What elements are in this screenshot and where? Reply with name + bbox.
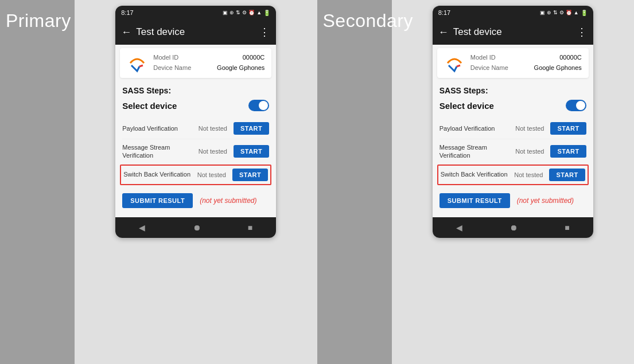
- wifi2-icon: ▲: [256, 10, 262, 15]
- primary-select-device-row: Select device: [122, 100, 269, 111]
- primary-submit-area: SUBMIT RESULT (not yet submitted): [122, 193, 269, 208]
- secondary-nav-back[interactable]: ◀: [456, 223, 462, 232]
- primary-step-0-start-button[interactable]: START: [234, 122, 269, 135]
- data-icon-2: ⇅: [553, 10, 558, 15]
- primary-step-1-start-button[interactable]: START: [234, 145, 269, 158]
- primary-device-info-rows: Model ID 00000C Device Name Google Gphon…: [153, 53, 265, 73]
- primary-step-1-status: Not tested: [196, 148, 230, 155]
- primary-phone: 8:17 ▣ ⊕ ⇅ ⚙ ⏰ ▲ 🔋 ← Test device ⋮: [115, 6, 276, 238]
- wifi2-icon-2: ▲: [574, 10, 579, 15]
- primary-back-button[interactable]: ←: [121, 26, 131, 38]
- secondary-phone: 8:17 ▣ ⊕ ⇅ ⚙ ⏰ ▲ 🔋 ← Test device ⋮: [433, 6, 593, 238]
- primary-time: 8:17: [121, 9, 133, 16]
- primary-nav-bar: ◀ ⏺ ■: [115, 217, 276, 238]
- primary-model-id-value: 00000C: [243, 53, 265, 63]
- primary-label: Primary: [0, 0, 75, 364]
- secondary-step-0-start-button[interactable]: START: [550, 122, 586, 135]
- primary-submit-button[interactable]: SUBMIT RESULT: [122, 193, 193, 208]
- secondary-app-bar: ← Test device ⋮: [433, 19, 593, 45]
- primary-sass-steps-title: SASS Steps:: [122, 86, 269, 95]
- primary-step-row-0: Payload Verification Not tested START: [122, 118, 269, 139]
- secondary-step-row-0: Payload Verification Not tested START: [439, 118, 586, 139]
- secondary-device-name-label: Device Name: [470, 63, 508, 73]
- secondary-step-2-status: Not tested: [511, 171, 546, 178]
- primary-content-area: SASS Steps: Select device Payload Verifi…: [115, 81, 276, 213]
- secondary-step-1-status: Not tested: [512, 148, 547, 155]
- secondary-step-2-start-button[interactable]: START: [549, 169, 585, 181]
- secondary-status-icons: ▣ ⊕ ⇅ ⚙ ⏰ ▲ 🔋: [540, 10, 588, 16]
- primary-step-row-2: Switch Back Verification Not tested STAR…: [120, 165, 271, 185]
- secondary-step-0-name: Payload Verification: [439, 124, 509, 132]
- secondary-step-1-start-button[interactable]: START: [550, 145, 586, 158]
- primary-panel: Primary 8:17 ▣ ⊕ ⇅ ⚙ ⏰ ▲ 🔋 ← Test device: [0, 0, 317, 364]
- primary-device-name-value: Google Gphones: [217, 63, 265, 73]
- secondary-toggle[interactable]: [566, 100, 586, 111]
- secondary-not-submitted-text: (not yet submitted): [517, 197, 574, 205]
- secondary-phone-container: 8:17 ▣ ⊕ ⇅ ⚙ ⏰ ▲ 🔋 ← Test device ⋮: [392, 0, 635, 238]
- primary-step-0-name: Payload Verification: [122, 124, 192, 132]
- secondary-select-device-label: Select device: [439, 101, 494, 111]
- secondary-step-row-1: Message Stream Verification Not tested S…: [439, 139, 586, 165]
- signal-icon: ▣: [223, 10, 228, 15]
- secondary-device-info-card: Model ID 00000C Device Name Google Gphon…: [437, 48, 589, 78]
- primary-select-device-label: Select device: [122, 101, 177, 111]
- battery-icon-2: 🔋: [581, 10, 588, 16]
- primary-model-id-row: Model ID 00000C: [153, 53, 265, 63]
- primary-phone-container: 8:17 ▣ ⊕ ⇅ ⚙ ⏰ ▲ 🔋 ← Test device ⋮: [75, 0, 317, 238]
- primary-app-title: Test device: [136, 26, 255, 38]
- settings-icon: ⚙: [242, 10, 247, 15]
- primary-app-bar: ← Test device ⋮: [115, 19, 276, 45]
- secondary-panel: Secondary 8:17 ▣ ⊕ ⇅ ⚙ ⏰ ▲ 🔋 ← Test devi…: [317, 0, 635, 364]
- primary-status-bar: 8:17 ▣ ⊕ ⇅ ⚙ ⏰ ▲ 🔋: [115, 6, 276, 19]
- signal-icon-2: ▣: [540, 10, 545, 15]
- secondary-step-2-name: Switch Back Verification: [441, 170, 508, 178]
- secondary-content-area: SASS Steps: Select device Payload Verifi…: [433, 81, 593, 213]
- primary-nav-recents[interactable]: ■: [248, 223, 252, 232]
- secondary-back-button[interactable]: ←: [438, 26, 449, 38]
- primary-device-logo: [127, 53, 147, 73]
- secondary-submit-button[interactable]: SUBMIT RESULT: [439, 193, 510, 208]
- primary-step-2-start-button[interactable]: START: [232, 169, 268, 181]
- secondary-nav-recents[interactable]: ■: [565, 223, 569, 232]
- secondary-status-bar: 8:17 ▣ ⊕ ⇅ ⚙ ⏰ ▲ 🔋: [433, 6, 593, 19]
- secondary-device-name-row: Device Name Google Gphones: [470, 63, 582, 73]
- secondary-model-id-label: Model ID: [470, 53, 496, 63]
- wifi-icon-2: ⊕: [547, 10, 551, 15]
- settings-icon-2: ⚙: [559, 10, 564, 15]
- secondary-device-name-value: Google Gphones: [534, 63, 582, 73]
- primary-model-id-label: Model ID: [153, 53, 178, 63]
- secondary-menu-button[interactable]: ⋮: [577, 26, 588, 38]
- secondary-label: Secondary: [317, 0, 392, 364]
- secondary-select-device-row: Select device: [439, 100, 586, 111]
- primary-step-row-1: Message Stream Verification Not tested S…: [122, 139, 269, 165]
- primary-toggle[interactable]: [248, 100, 269, 111]
- alarm-icon-2: ⏰: [566, 10, 572, 15]
- secondary-nav-home[interactable]: ⏺: [509, 223, 518, 232]
- secondary-step-row-2: Switch Back Verification Not tested STAR…: [437, 165, 589, 185]
- secondary-step-1-name: Message Stream Verification: [439, 143, 509, 160]
- battery-icon: 🔋: [263, 10, 270, 16]
- secondary-step-0-status: Not tested: [512, 125, 547, 132]
- alarm-icon: ⏰: [248, 10, 255, 15]
- secondary-submit-area: SUBMIT RESULT (not yet submitted): [439, 193, 586, 208]
- secondary-nav-bar: ◀ ⏺ ■: [433, 217, 593, 238]
- secondary-device-info-rows: Model ID 00000C Device Name Google Gphon…: [470, 53, 582, 73]
- secondary-model-id-value: 00000C: [559, 53, 582, 63]
- primary-step-2-name: Switch Back Verification: [123, 170, 191, 178]
- secondary-sass-steps-title: SASS Steps:: [439, 86, 586, 95]
- primary-step-1-name: Message Stream Verification: [122, 143, 192, 160]
- secondary-model-id-row: Model ID 00000C: [470, 53, 582, 63]
- secondary-app-title: Test device: [453, 26, 572, 38]
- primary-nav-back[interactable]: ◀: [139, 223, 145, 232]
- data-icon: ⇅: [236, 10, 240, 15]
- wifi-icon: ⊕: [230, 10, 234, 15]
- primary-device-name-row: Device Name Google Gphones: [153, 63, 265, 73]
- secondary-time: 8:17: [438, 9, 450, 16]
- primary-status-icons: ▣ ⊕ ⇅ ⚙ ⏰ ▲ 🔋: [223, 10, 270, 16]
- primary-menu-button[interactable]: ⋮: [259, 26, 270, 38]
- primary-step-2-status: Not tested: [195, 171, 229, 178]
- primary-device-info-card: Model ID 00000C Device Name Google Gphon…: [120, 48, 271, 78]
- primary-nav-home[interactable]: ⏺: [193, 223, 201, 232]
- primary-not-submitted-text: (not yet submitted): [200, 197, 256, 205]
- primary-device-name-label: Device Name: [153, 63, 191, 73]
